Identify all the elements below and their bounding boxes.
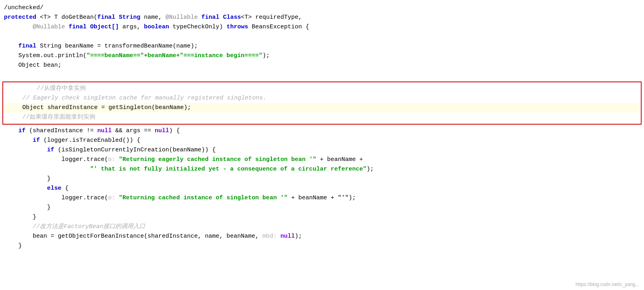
trace-string-2: "' that is not fully initialized yet - a… <box>4 165 366 174</box>
line-empty-1 <box>0 32 644 42</box>
keyword-if2: if <box>4 136 40 145</box>
if-condition-1: (sharedInstance != <box>26 126 97 136</box>
keyword-if3: if <box>4 145 54 155</box>
beans-exception: BeansException { <box>248 22 309 32</box>
keyword-throws: throws <box>226 22 248 32</box>
param-mbd-label: mbd: <box>262 232 277 241</box>
line-comment-chinese-1: //从缓存中拿实例 <box>4 84 640 93</box>
indent-1 <box>4 22 33 32</box>
type-string: String <box>115 13 140 22</box>
type-object-array: Object[] <box>87 22 119 32</box>
keyword-final2: final <box>198 13 219 22</box>
logger-trace-call: logger.trace( <box>4 155 108 165</box>
line-method-signature-1: protected <T> T doGetBean( final String … <box>0 13 644 22</box>
type-class: Class <box>219 13 241 22</box>
keyword-null-1: null <box>97 126 112 136</box>
trace-enabled: (logger.isTraceEnabled()) { <box>40 136 140 145</box>
code-container: /unchecked/ protected <T> T doGetBean( f… <box>0 0 644 290</box>
type-t: <T> <box>241 13 252 22</box>
keyword-final-bean: final <box>4 42 36 51</box>
close-brace-2: } <box>4 203 51 213</box>
trace-string-1: "Returning eagerly cached instance of si… <box>115 155 316 165</box>
required-type: requiredType, <box>252 13 302 22</box>
eagerly-comment: // Eagerly check singleton cache for man… <box>8 93 266 103</box>
logger-trace-call-2: logger.trace( <box>4 193 108 203</box>
line-if-trace: if (logger.isTraceEnabled()) { <box>0 136 644 145</box>
line-get-object: bean = getObjectForBeanInstance(sharedIn… <box>0 232 644 241</box>
keyword-final: final <box>97 13 115 22</box>
keyword-protected: protected <box>4 13 36 22</box>
chinese-comment-2: //如果缓存里面能拿到实例 <box>8 113 95 122</box>
line-object-bean: Object bean; <box>0 61 644 70</box>
keyword-boolean: boolean <box>144 22 169 32</box>
keyword-if: if <box>4 126 26 136</box>
println-call: System.out.println( <box>4 51 87 61</box>
annotation-nullable2: @Nullable <box>33 22 65 32</box>
else-brace: { <box>61 184 69 193</box>
line-method-signature-2: @Nullable final Object[] args, boolean t… <box>0 22 644 32</box>
println-end: ); <box>262 51 270 61</box>
println-string: "====beanName=="+beanName+"===instance b… <box>87 51 262 61</box>
red-highlight-box: //从缓存中拿实例 // Eagerly check singleton cac… <box>2 81 642 125</box>
line-println: System.out.println( "====beanName=="+bea… <box>0 51 644 61</box>
trace-plus-2: + beanName + "'" <box>288 193 349 203</box>
param-o-label: o: <box>108 155 115 165</box>
trace-end-2: ); <box>349 193 356 203</box>
chinese-comment-3: //改方法是FactoryBean接口的调用入口 <box>4 222 145 232</box>
get-singleton-call: Object sharedInstance = getSingleton(bea… <box>8 103 191 113</box>
line-else: else { <box>0 184 644 193</box>
get-object-end: ); <box>295 232 302 241</box>
line-get-singleton: Object sharedInstance = getSingleton(bea… <box>4 103 640 113</box>
if-condition-2: && args == <box>112 126 155 136</box>
line-if-shared: if (sharedInstance != null && args == nu… <box>0 126 644 136</box>
line-comment-chinese-3: //改方法是FactoryBean接口的调用入口 <box>0 222 644 232</box>
close-brace-1: } <box>4 174 51 184</box>
line-trace-string-cont: "' that is not fully initialized yet - a… <box>0 165 644 174</box>
line-unchecked: /unchecked/ <box>0 3 644 13</box>
watermark: https://blog.csdn.net/c_yang... <box>576 281 639 288</box>
close-brace-method: } <box>4 241 22 251</box>
close-brace-3: } <box>4 213 36 222</box>
param-name: name, <box>140 13 165 22</box>
if-brace: ) { <box>169 126 180 136</box>
keyword-final3: final <box>65 22 87 32</box>
keyword-null-2: null <box>155 126 169 136</box>
line-close-method: } <box>0 241 644 251</box>
chinese-comment-1: //从缓存中拿实例 <box>8 84 86 93</box>
type-check-only: typeCheckOnly) <box>169 22 226 32</box>
line-logger-trace-1: logger.trace( o: "Returning eagerly cach… <box>0 155 644 165</box>
args-param: args, <box>119 22 144 32</box>
line-if-singleton: if (isSingletonCurrentlyInCreation(beanN… <box>0 145 644 155</box>
line-comment-eagerly: // Eagerly check singleton cache for man… <box>4 93 640 103</box>
line-close-if-singleton: } <box>0 174 644 184</box>
trace-string-3: "Returning cached instance of singleton … <box>115 193 288 203</box>
line-empty-2 <box>0 70 644 80</box>
line-logger-trace-2: logger.trace( o: "Returning cached insta… <box>0 193 644 203</box>
get-object-call: bean = getObjectForBeanInstance(sharedIn… <box>4 232 262 241</box>
line-comment-chinese-2: //如果缓存里面能拿到实例 <box>4 113 640 122</box>
bean-name-assign: String beanName = transformedBeanName(na… <box>36 42 198 51</box>
line-close-else: } <box>0 203 644 213</box>
param-o-label-2: o: <box>108 193 115 203</box>
trace-plus: + beanName + <box>316 155 363 165</box>
generic-t: <T> T doGetBean( <box>36 13 97 22</box>
trace-end: ); <box>366 165 374 174</box>
singleton-creation: (isSingletonCurrentlyInCreation(beanName… <box>54 145 216 155</box>
object-bean-decl: Object bean; <box>4 61 61 70</box>
line-close-if-trace: } <box>0 213 644 222</box>
unchecked-text: /unchecked/ <box>4 3 43 13</box>
keyword-null-mbd: null <box>277 232 295 241</box>
line-bean-name: final String beanName = transformedBeanN… <box>0 42 644 51</box>
annotation-nullable: @Nullable <box>165 13 198 22</box>
keyword-else: else <box>4 184 61 193</box>
